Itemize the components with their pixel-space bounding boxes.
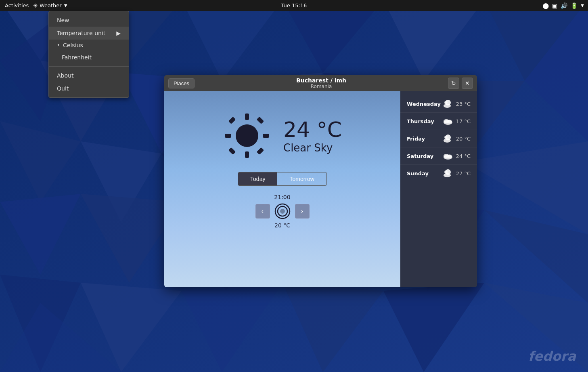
hourly-item: 21:00 20 °C xyxy=(274,194,291,229)
country-label: Romania xyxy=(296,84,346,89)
refresh-button[interactable]: ↻ xyxy=(448,78,459,89)
forecast-day-label: Sunday xyxy=(407,170,435,177)
hourly-time: 21:00 xyxy=(274,194,290,200)
clear-night-icon xyxy=(274,203,291,220)
fedora-watermark: fedora xyxy=(528,349,576,364)
forecast-temp-fri: 20 °C xyxy=(456,136,471,142)
window-title: Bucharest / lmh Romania xyxy=(296,77,346,89)
forecast-right: 17 °C xyxy=(442,117,471,126)
celsius-menu-item[interactable]: • Celsius xyxy=(49,40,129,51)
forecast-day-label: Thursday xyxy=(407,118,435,124)
fahrenheit-menu-item[interactable]: Fahrenheit xyxy=(49,51,129,64)
forecast-temp-sat: 24 °C xyxy=(456,153,471,159)
forecast-day-label: Friday xyxy=(407,136,435,142)
forecast-temp-thu: 17 °C xyxy=(456,118,471,124)
hourly-section: ‹ 21:00 20 °C › xyxy=(172,194,392,229)
svg-rect-34 xyxy=(245,151,249,158)
weather-app-menu[interactable]: ☀️ Weather ▼ xyxy=(33,2,67,9)
svg-point-50 xyxy=(447,120,452,124)
svg-rect-39 xyxy=(228,147,236,155)
hourly-temp: 20 °C xyxy=(274,222,290,229)
svg-point-52 xyxy=(444,139,451,143)
app-dropdown-menu: New Temperature unit ▶ • Celsius Fahrenh… xyxy=(48,11,129,98)
menu-separator-1 xyxy=(49,66,129,67)
weather-app-icon: ☀️ xyxy=(33,2,38,9)
forecast-sidebar: Wednesday 23 °C Thursday xyxy=(400,91,477,287)
topbar: Activities ☀️ Weather ▼ Tue 15:16 ⬤ ▣ 🔊 … xyxy=(0,0,588,11)
forecast-saturday: Saturday 24 °C xyxy=(400,147,477,165)
system-clock: Tue 15:16 xyxy=(281,2,307,8)
close-button[interactable]: ✕ xyxy=(462,78,473,89)
volume-icon[interactable]: 🔊 xyxy=(561,2,567,9)
svg-point-58 xyxy=(444,173,451,177)
forecast-temp-sun: 27 °C xyxy=(456,170,471,177)
cloudy-icon-thu xyxy=(442,117,454,126)
partly-cloudy-icon-sun xyxy=(442,169,454,178)
svg-rect-36 xyxy=(263,134,269,138)
forecast-right: 27 °C xyxy=(442,169,471,178)
forecast-day-label: Wednesday xyxy=(407,101,441,107)
forecast-friday: Friday 20 °C xyxy=(400,130,477,147)
tomorrow-button[interactable]: Tomorrow xyxy=(277,172,326,185)
dropdown-arrow-icon: ▼ xyxy=(64,3,67,8)
svg-point-44 xyxy=(280,209,285,214)
temperature-unit-menu-item[interactable]: Temperature unit ▶ xyxy=(49,27,129,40)
svg-point-46 xyxy=(444,104,451,108)
forecast-right: 23 °C xyxy=(442,99,471,108)
svg-point-41 xyxy=(236,124,258,147)
svg-point-53 xyxy=(444,136,448,139)
battery-icon[interactable]: 🔋 xyxy=(571,2,578,9)
weather-main-panel: 24 °C Clear Sky Today Tomorrow ‹ 21:00 xyxy=(164,91,400,287)
forecast-thursday: Thursday 17 °C xyxy=(400,113,477,130)
temperature-display: 24 °C xyxy=(283,118,342,142)
forecast-sunday: Sunday 27 °C xyxy=(400,165,477,182)
svg-rect-40 xyxy=(257,147,264,155)
about-menu-item[interactable]: About xyxy=(49,69,129,82)
submenu-arrow-icon: ▶ xyxy=(116,30,121,36)
svg-rect-38 xyxy=(257,117,264,124)
svg-rect-37 xyxy=(228,117,236,124)
sun-icon xyxy=(223,111,271,160)
svg-point-56 xyxy=(447,155,452,158)
svg-rect-33 xyxy=(245,113,249,120)
window-titlebar: Places Bucharest / lmh Romania ↻ ✕ xyxy=(164,75,477,91)
display-icon[interactable]: ▣ xyxy=(552,2,557,9)
weather-window: Places Bucharest / lmh Romania ↻ ✕ xyxy=(164,75,477,287)
topbar-left: Activities ☀️ Weather ▼ xyxy=(0,2,67,9)
city-label: Bucharest / lmh xyxy=(296,77,346,84)
forecast-right: 20 °C xyxy=(442,134,471,143)
hourly-prev-button[interactable]: ‹ xyxy=(255,204,270,219)
svg-rect-35 xyxy=(225,134,231,138)
new-menu-item[interactable]: New xyxy=(49,14,129,27)
forecast-right: 24 °C xyxy=(442,151,471,160)
window-controls: ↻ ✕ xyxy=(448,78,473,89)
current-weather: 24 °C Clear Sky xyxy=(223,111,342,160)
hourly-next-button[interactable]: › xyxy=(295,204,310,219)
topbar-right: ⬤ ▣ 🔊 🔋 ▼ xyxy=(542,2,588,9)
partly-cloudy-icon-wed xyxy=(442,99,454,108)
condition-display: Clear Sky xyxy=(283,142,333,154)
celsius-bullet: • xyxy=(57,42,60,48)
partly-cloudy-icon-fri xyxy=(442,134,454,143)
svg-point-47 xyxy=(444,101,448,104)
forecast-temp-wed: 23 °C xyxy=(456,101,471,107)
forecast-wednesday: Wednesday 23 °C xyxy=(400,95,477,113)
today-button[interactable]: Today xyxy=(238,172,277,185)
places-button[interactable]: Places xyxy=(168,78,195,88)
cloudy-icon-sat xyxy=(442,151,454,160)
quit-menu-item[interactable]: Quit xyxy=(49,82,129,95)
forecast-day-label: Saturday xyxy=(407,153,435,159)
weather-app-label: Weather xyxy=(40,2,62,8)
screencast-icon[interactable]: ⬤ xyxy=(542,2,549,9)
day-toggle: Today Tomorrow xyxy=(238,172,327,186)
svg-point-59 xyxy=(444,170,448,174)
window-body: 24 °C Clear Sky Today Tomorrow ‹ 21:00 xyxy=(164,91,477,287)
activities-button[interactable]: Activities xyxy=(2,2,31,8)
system-menu-arrow[interactable]: ▼ xyxy=(581,3,584,8)
weather-info: 24 °C Clear Sky xyxy=(283,118,342,154)
